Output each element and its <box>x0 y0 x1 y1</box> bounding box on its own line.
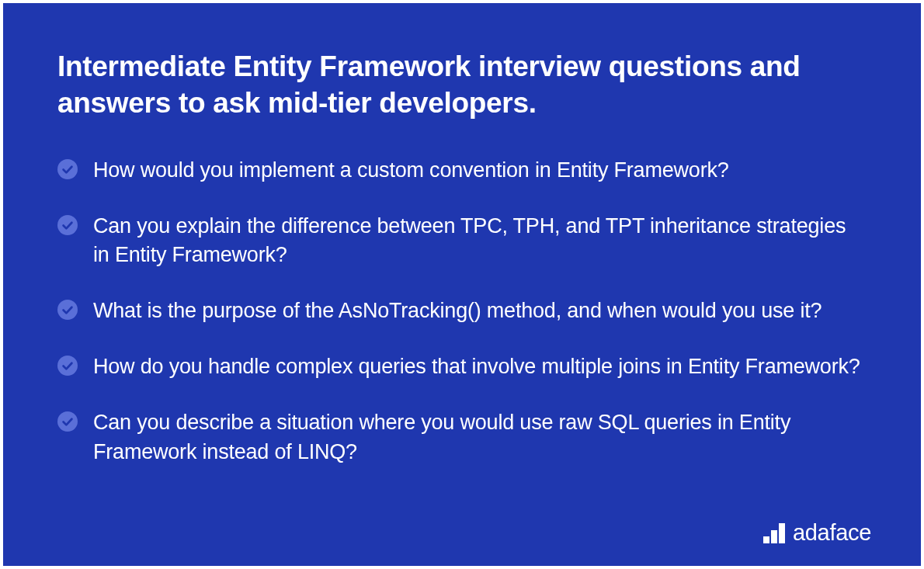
list-item: Can you explain the difference between T… <box>57 212 867 271</box>
svg-rect-5 <box>763 536 769 543</box>
svg-point-1 <box>57 215 78 235</box>
question-text: Can you explain the difference between T… <box>93 212 867 271</box>
check-circle-icon <box>57 215 78 235</box>
question-text: How do you handle complex queries that i… <box>93 352 860 382</box>
svg-point-2 <box>57 300 78 320</box>
slide-heading: Intermediate Entity Framework interview … <box>57 48 867 122</box>
svg-point-4 <box>57 411 78 432</box>
svg-point-3 <box>57 356 78 376</box>
brand-name: adaface <box>793 520 871 546</box>
slide-card: Intermediate Entity Framework interview … <box>3 3 921 566</box>
svg-point-0 <box>57 159 78 179</box>
check-circle-icon <box>57 159 78 179</box>
check-circle-icon <box>57 300 78 320</box>
list-item: Can you describe a situation where you w… <box>57 408 867 467</box>
list-item: What is the purpose of the AsNoTracking(… <box>57 297 867 326</box>
question-text: Can you describe a situation where you w… <box>93 408 867 467</box>
list-item: How would you implement a custom convent… <box>57 156 867 186</box>
check-circle-icon <box>57 356 78 376</box>
check-circle-icon <box>57 411 78 432</box>
question-text: How would you implement a custom convent… <box>93 156 729 186</box>
list-item: How do you handle complex queries that i… <box>57 352 867 382</box>
svg-rect-7 <box>779 523 785 543</box>
question-text: What is the purpose of the AsNoTracking(… <box>93 297 822 326</box>
adaface-logo-icon <box>763 523 785 543</box>
question-list: How would you implement a custom convent… <box>57 156 867 467</box>
brand-logo: adaface <box>763 520 871 546</box>
svg-rect-6 <box>771 530 777 543</box>
